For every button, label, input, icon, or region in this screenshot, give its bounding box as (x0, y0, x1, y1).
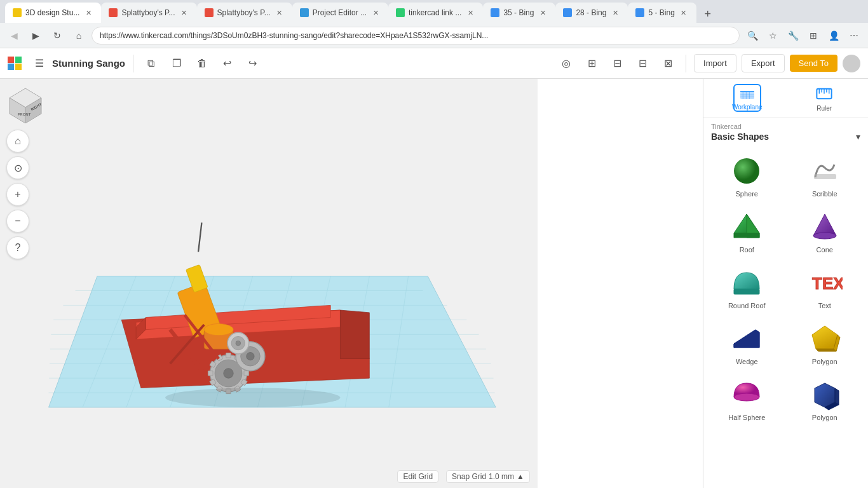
copy-button[interactable]: ⧉ (141, 53, 161, 74)
tab-splatty2[interactable]: Splattyboy's P... ✕ (197, 3, 292, 23)
zoom-out-button[interactable]: − (6, 210, 29, 233)
shape-item-scribble[interactable]: Scribble (787, 148, 864, 203)
shape-icon-cone (807, 209, 843, 245)
tab-3ddesign[interactable]: 3D design Stu... ✕ (5, 3, 101, 23)
svg-point-87 (734, 393, 759, 401)
zoom-in-button[interactable]: + (6, 183, 29, 206)
duplicate-button[interactable]: ❐ (166, 53, 187, 74)
tab-close-btn[interactable]: ✕ (610, 8, 620, 18)
browser-actions: 🔍 ☆ 🔧 ⊞ 👤 ⋯ (743, 27, 863, 44)
shape-icon-half-sphere (729, 377, 764, 412)
shape-label-wedge: Wedge (736, 358, 758, 365)
delete-button[interactable]: 🗑 (192, 53, 212, 74)
tinkercad-ext-button[interactable]: 🔧 (784, 27, 802, 44)
tab-label: 35 - Bing (503, 8, 534, 17)
project-name: Stunning Sango (52, 58, 125, 69)
tab-close-btn[interactable]: ✕ (465, 8, 475, 18)
new-tab-button[interactable]: + (699, 5, 717, 23)
sendto-button[interactable]: Send To (790, 55, 837, 72)
shape-item-sphere[interactable]: Sphere (709, 148, 785, 203)
shapes-dropdown-arrow[interactable]: ▾ (856, 132, 860, 142)
shape-item-polygon2[interactable]: Polygon (787, 372, 864, 426)
undo-button[interactable]: ↩ (217, 53, 238, 74)
shape-item-half-sphere[interactable]: Half Sphere (709, 372, 785, 426)
tab-close-btn[interactable]: ✕ (83, 8, 93, 18)
tab-bing-28[interactable]: 28 - Bing ✕ (555, 3, 628, 23)
shapes-category-label: Basic Shapes (711, 132, 769, 142)
toolbar-separator2 (686, 55, 686, 72)
profile-button[interactable]: 👤 (825, 27, 843, 44)
svg-point-51 (247, 353, 254, 360)
collapse-panel-button[interactable]: ❯ (703, 272, 703, 295)
app-container: ☰ Stunning Sango ⧉ ❐ 🗑 ↩ ↪ ◎ ⊞ ⊟ ⊟ ⊠ Imp… (0, 48, 868, 488)
shape-icon-sphere (729, 153, 764, 189)
extension-button[interactable]: ⊞ (804, 27, 822, 44)
bookmark-button[interactable]: ☆ (764, 27, 782, 44)
tab-favicon (396, 8, 405, 17)
tab-splatty1[interactable]: Splattyboy's P... ✕ (101, 3, 196, 23)
tab-project-editor[interactable]: Project Editor ... ✕ (292, 3, 388, 23)
home-button[interactable]: ⌂ (70, 27, 88, 44)
tab-close-btn[interactable]: ✕ (538, 8, 548, 18)
shape-label-sphere: Sphere (736, 190, 758, 198)
refresh-button[interactable]: ↻ (48, 27, 66, 44)
back-button[interactable]: ◀ (5, 27, 23, 44)
tab-label: tinkercad link ... (409, 8, 461, 17)
shape-item-roof[interactable]: Roof (709, 204, 785, 259)
tab-favicon (300, 8, 309, 17)
tab-label: Splattyboy's P... (121, 8, 175, 17)
tab-favicon (205, 8, 214, 17)
snap-grid-arrow: ▲ (517, 472, 524, 481)
menu-button[interactable]: ⋯ (845, 27, 863, 44)
workplane-button[interactable]: Workplane (733, 84, 761, 112)
tab-label: 5 - Bing (648, 8, 674, 17)
shape-icon-polygon2 (807, 377, 843, 412)
import-button[interactable]: Import (694, 54, 736, 72)
address-bar[interactable]: https://www.tinkercad.com/things/3DSoUm0… (92, 27, 740, 44)
address-text: https://www.tinkercad.com/things/3DSoUm0… (100, 31, 731, 40)
edit-grid-button[interactable]: Edit Grid (397, 470, 438, 483)
shape-item-wedge[interactable]: Wedge (709, 316, 785, 370)
tab-close-btn[interactable]: ✕ (179, 8, 189, 18)
menu-icon[interactable]: ☰ (32, 56, 47, 71)
fit-view-button[interactable]: ⊙ (6, 156, 29, 179)
mirror-button[interactable]: ⊠ (658, 53, 678, 74)
home-view-button[interactable]: ⌂ (6, 130, 29, 152)
shape-item-text[interactable]: TEXT Text (787, 260, 864, 315)
canvas-3d[interactable]: FRONT RIGHT ⌂ ⊙ + − ? (0, 79, 538, 488)
main-content: FRONT RIGHT ⌂ ⊙ + − ? (0, 79, 868, 488)
shape-tool-button[interactable]: ◎ (556, 53, 576, 74)
ruler-button[interactable]: Ruler (810, 84, 838, 112)
tab-bing-5[interactable]: 5 - Bing ✕ (628, 3, 696, 23)
user-avatar[interactable] (843, 55, 860, 72)
tab-close-btn[interactable]: ✕ (370, 8, 381, 18)
tab-bar: 3D design Stu... ✕ Splattyboy's P... ✕ S… (0, 0, 868, 23)
tab-bing-35[interactable]: 35 - Bing ✕ (483, 3, 555, 23)
forward-button[interactable]: ▶ (27, 27, 44, 44)
tab-tinkercad-link[interactable]: tinkercad link ... ✕ (388, 3, 483, 23)
shape-item-cone[interactable]: Cone (787, 204, 864, 259)
svg-marker-25 (340, 310, 369, 358)
nav-cube[interactable]: FRONT RIGHT (6, 85, 44, 123)
tab-close-btn[interactable]: ✕ (679, 8, 689, 18)
shape-icon-polygon (807, 321, 843, 356)
redo-button[interactable]: ↪ (243, 53, 263, 74)
svg-text:TEXT: TEXT (812, 274, 843, 293)
tab-favicon (13, 8, 22, 17)
shape-icon-wedge (729, 321, 764, 356)
align-button[interactable]: ⊟ (632, 53, 653, 74)
help-button[interactable]: ? (6, 236, 29, 259)
canvas-scene (0, 79, 538, 488)
snap-grid-control[interactable]: Snap Grid 1.0 mm ▲ (446, 470, 530, 483)
left-toolbar: ⌂ ⊙ + − ? (6, 130, 29, 259)
shape-item-round-roof[interactable]: Round Roof (709, 260, 785, 315)
tab-label: 28 - Bing (576, 8, 606, 17)
shape-item-polygon[interactable]: Polygon (787, 316, 864, 370)
svg-rect-79 (734, 289, 759, 294)
export-button[interactable]: Export (742, 54, 785, 72)
tab-close-btn[interactable]: ✕ (275, 8, 285, 18)
group-button[interactable]: ⊞ (581, 53, 602, 74)
ungroup-button[interactable]: ⊟ (607, 53, 627, 74)
zoom-button[interactable]: 🔍 (743, 27, 761, 44)
logo-tile-green (15, 57, 22, 63)
